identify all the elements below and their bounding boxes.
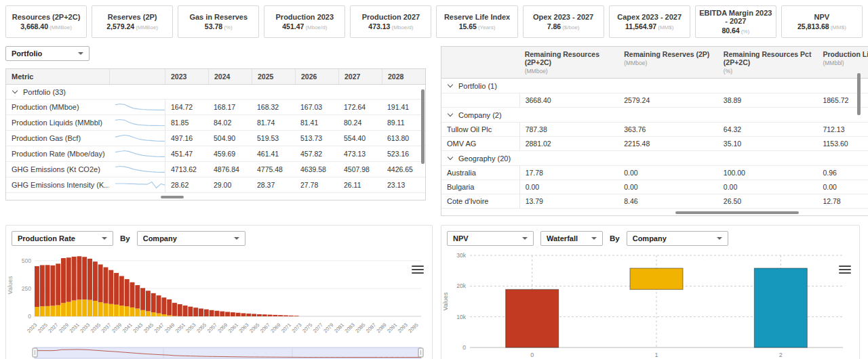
- group-row[interactable]: Company (2): [441, 108, 868, 123]
- bar-segment[interactable]: [93, 261, 98, 301]
- chart-menu-icon[interactable]: [412, 263, 424, 276]
- bar-segment[interactable]: [146, 311, 151, 316]
- bar-segment[interactable]: [66, 302, 71, 316]
- bar-segment[interactable]: [188, 307, 193, 316]
- bar-segment[interactable]: [262, 314, 267, 316]
- bar-segment[interactable]: [56, 305, 60, 316]
- bar-segment[interactable]: [204, 310, 209, 316]
- bar-segment[interactable]: [151, 312, 156, 316]
- group-row[interactable]: Portfolio (1): [441, 79, 868, 93]
- bar-segment[interactable]: [167, 299, 172, 315]
- vertical-scrollbar[interactable]: [857, 73, 861, 115]
- bar-segment[interactable]: [114, 273, 119, 305]
- horizontal-scrollbar[interactable]: [675, 211, 799, 214]
- bar-segment[interactable]: [45, 265, 50, 306]
- bar-segment[interactable]: [125, 279, 130, 306]
- bar-segment[interactable]: [87, 300, 92, 316]
- bar-segment[interactable]: [93, 301, 98, 316]
- table-row[interactable]: OMV AG2881.022215.4835.101153.60: [441, 137, 868, 151]
- group-row[interactable]: Portfolio (33): [6, 85, 425, 100]
- bar-segment[interactable]: [135, 309, 140, 317]
- bar-segment[interactable]: [130, 308, 135, 316]
- table-row[interactable]: Cote d'Ivoire13.798.4626.5012.78: [441, 194, 868, 209]
- bar-segment[interactable]: [252, 314, 256, 316]
- bar-segment[interactable]: [231, 312, 235, 316]
- bar-segment[interactable]: [246, 314, 251, 316]
- bar-segment[interactable]: [82, 257, 87, 299]
- bar-segment[interactable]: [294, 316, 299, 316]
- metric-dropdown[interactable]: Production Rate: [12, 231, 113, 246]
- bar-segment[interactable]: [56, 263, 60, 305]
- bar-segment[interactable]: [257, 314, 262, 316]
- bar-segment[interactable]: [50, 266, 55, 306]
- bar-segment[interactable]: [40, 265, 45, 306]
- bar-segment[interactable]: [72, 301, 77, 316]
- bar-segment[interactable]: [119, 305, 124, 316]
- horizontal-scrollbar[interactable]: [161, 196, 184, 198]
- bar-segment[interactable]: [66, 257, 71, 301]
- table-row[interactable]: Tullow Oil Plc787.38363.7664.32712.13: [441, 123, 868, 137]
- portfolio-selector-dropdown[interactable]: Portfolio: [5, 46, 90, 61]
- bar-segment[interactable]: [278, 315, 283, 316]
- bar-segment[interactable]: [220, 312, 224, 316]
- bar-segment[interactable]: [61, 303, 66, 316]
- bar-segment[interactable]: [108, 304, 113, 316]
- metric-dropdown[interactable]: NPV: [447, 231, 534, 246]
- bar-segment[interactable]: [178, 304, 182, 316]
- bar-segment[interactable]: [210, 310, 214, 316]
- bar-segment[interactable]: [104, 268, 108, 303]
- bar-segment[interactable]: [108, 270, 113, 304]
- bar-segment[interactable]: [77, 256, 81, 299]
- bar-segment[interactable]: [104, 303, 108, 316]
- dimension-dropdown[interactable]: Company: [137, 231, 245, 246]
- bar-segment[interactable]: [214, 311, 219, 316]
- bar-segment[interactable]: [183, 305, 188, 316]
- table-row[interactable]: Production Liquids (MMbbl)81.8584.0281.7…: [6, 115, 425, 131]
- chart-menu-icon[interactable]: [839, 263, 851, 276]
- bar-segment[interactable]: [35, 307, 39, 316]
- table-row[interactable]: Australia17.780.00100.000.96: [441, 166, 868, 180]
- table-row[interactable]: Production Rate (Mboe/day)451.47459.6946…: [6, 146, 425, 162]
- bar-segment[interactable]: [98, 302, 103, 316]
- waterfall-bar[interactable]: [754, 268, 807, 347]
- group-row[interactable]: Geography (20): [441, 151, 868, 166]
- bar-segment[interactable]: [151, 293, 156, 312]
- bar-segment[interactable]: [140, 310, 145, 316]
- bar-segment[interactable]: [61, 258, 66, 303]
- bar-segment[interactable]: [289, 316, 294, 316]
- bar-segment[interactable]: [72, 257, 77, 301]
- bar-segment[interactable]: [125, 306, 130, 316]
- bar-segment[interactable]: [283, 316, 288, 316]
- bar-segment[interactable]: [273, 315, 277, 316]
- table-row[interactable]: Production (MMboe)164.72168.17168.32167.…: [6, 100, 425, 115]
- vertical-scrollbar[interactable]: [421, 89, 425, 164]
- bar-segment[interactable]: [193, 308, 198, 316]
- bar-segment[interactable]: [50, 305, 55, 316]
- bar-segment[interactable]: [225, 312, 230, 316]
- bar-segment[interactable]: [241, 313, 246, 316]
- bar-segment[interactable]: [161, 297, 166, 314]
- table-row[interactable]: Bulgaria0.000.000.000.00: [441, 180, 868, 194]
- table-row[interactable]: Production Gas (Bcf)497.16504.90519.5351…: [6, 131, 425, 146]
- bar-segment[interactable]: [157, 295, 161, 313]
- bar-segment[interactable]: [130, 282, 135, 308]
- bar-segment[interactable]: [87, 259, 92, 300]
- chart-type-dropdown[interactable]: Waterfall: [540, 231, 603, 246]
- chart-navigator[interactable]: [6, 346, 427, 359]
- table-row[interactable]: GHG Emissions (Kt CO2e)4713.624876.84477…: [6, 162, 425, 177]
- bar-segment[interactable]: [199, 309, 203, 317]
- bar-segment[interactable]: [167, 316, 172, 316]
- bar-segment[interactable]: [161, 314, 166, 316]
- waterfall-bar[interactable]: [506, 289, 559, 347]
- table-row[interactable]: 3668.402579.2438.891865.72: [441, 93, 868, 108]
- bar-segment[interactable]: [268, 315, 273, 316]
- waterfall-bar[interactable]: [630, 268, 683, 289]
- bar-segment[interactable]: [236, 313, 241, 316]
- dimension-dropdown[interactable]: Company: [627, 231, 728, 246]
- bar-segment[interactable]: [172, 303, 177, 316]
- bar-segment[interactable]: [98, 264, 103, 302]
- bar-segment[interactable]: [135, 285, 140, 309]
- bar-segment[interactable]: [82, 299, 87, 316]
- table-row[interactable]: GHG Emissions Intensity (K...28.6229.002…: [6, 177, 425, 193]
- bar-segment[interactable]: [77, 299, 81, 316]
